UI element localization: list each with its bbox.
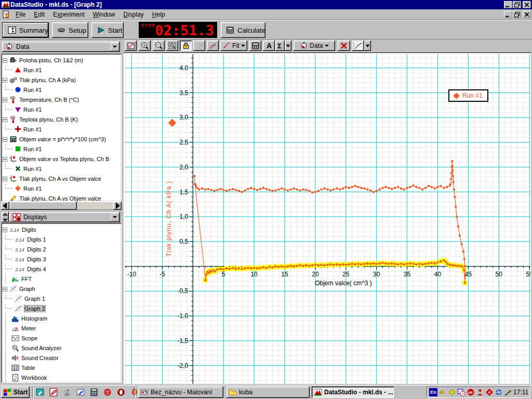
menu-file[interactable]: File	[11, 10, 30, 19]
close-button[interactable]	[523, 1, 531, 8]
data-tree-hscrollbar[interactable]	[1, 202, 122, 210]
tray-power[interactable]	[485, 388, 494, 396]
display-item[interactable]: Table	[1, 363, 122, 373]
fit-menu-button[interactable]: Fit	[220, 41, 247, 51]
menu-help[interactable]: Help	[148, 10, 169, 19]
mdi-minimize-button[interactable]	[504, 11, 512, 18]
zoom-in-button[interactable]	[139, 41, 151, 51]
run-item[interactable]: Run #1	[1, 183, 122, 193]
collapse-icon[interactable]	[3, 77, 7, 82]
ql-bird[interactable]	[62, 388, 72, 397]
menu-experiment[interactable]: Experiment	[49, 10, 89, 19]
run-item[interactable]: Run #1	[1, 164, 122, 174]
collapse-icon[interactable]	[3, 137, 7, 141]
tray-volume[interactable]	[438, 388, 447, 396]
text-note-button[interactable]: A	[263, 41, 275, 51]
display-item[interactable]: Scope	[1, 333, 122, 343]
zoom-out-button[interactable]	[153, 41, 165, 51]
collapse-icon[interactable]	[3, 58, 7, 62]
display-item[interactable]: Workbook	[1, 373, 122, 382]
data-item[interactable]: Poloha pistu, Ch 1&2 (m)	[1, 55, 122, 65]
run-item[interactable]: Run #1	[1, 124, 122, 134]
calculator-button[interactable]	[249, 41, 261, 51]
scale-to-fit-button[interactable]	[125, 41, 137, 51]
slope-tool-button[interactable]	[207, 41, 219, 51]
document-icon[interactable]	[2, 10, 10, 19]
axis-lock-button[interactable]	[180, 41, 192, 51]
ql-pen[interactable]	[76, 388, 85, 397]
display-item[interactable]: 3.14Digits	[1, 224, 122, 234]
task-button[interactable]: DataStudio - mkl.ds - ...	[312, 387, 394, 398]
run-item[interactable]: Run #1	[1, 104, 122, 114]
display-item[interactable]: Sound Creator	[1, 353, 122, 363]
collapse-icon[interactable]	[3, 117, 7, 122]
display-subitem[interactable]: 3.14Digits 2	[1, 244, 122, 254]
display-item[interactable]: FFT	[1, 274, 122, 284]
tray-backup[interactable]	[457, 388, 466, 396]
data-menu-button[interactable]: Data	[294, 41, 335, 51]
restore-button[interactable]	[513, 1, 521, 8]
display-item[interactable]: Histogram	[1, 313, 122, 323]
collapse-icon[interactable]	[3, 156, 7, 161]
plot-area[interactable]: -10-55101520253035404550554,03,53,02,52,…	[125, 54, 530, 384]
data-panel-header[interactable]: Data	[2, 42, 120, 52]
ql-calc[interactable]	[89, 388, 99, 397]
data-item[interactable]: KTDTemperature, Ch B (°C)	[1, 95, 122, 104]
data-item[interactable]: Tlak plynu, Ch A vs Objem valce	[1, 193, 122, 202]
mdi-restore-button[interactable]	[513, 11, 521, 18]
graph-settings-button[interactable]	[352, 41, 364, 51]
display-subitem[interactable]: Graph 2	[1, 303, 122, 313]
data-dropdown-button[interactable]	[111, 43, 119, 51]
summary-button[interactable]: Summary	[2, 22, 49, 38]
ql-opera[interactable]	[116, 388, 126, 397]
displays-panel-header[interactable]: Displays	[9, 212, 120, 222]
zoom-select-button[interactable]	[166, 41, 178, 51]
menu-window[interactable]: Window	[89, 10, 119, 19]
display-subitem[interactable]: Graph 1	[1, 294, 122, 303]
scroll-left-button[interactable]	[1, 202, 9, 210]
ql-acrobat[interactable]	[49, 388, 58, 397]
display-subitem[interactable]: 3.14Digits 4	[1, 264, 122, 274]
minimize-button[interactable]	[504, 1, 512, 8]
run-item[interactable]: Run #1	[1, 85, 122, 95]
scroll-thumb[interactable]	[9, 202, 77, 210]
statistics-dd-button[interactable]	[285, 41, 291, 51]
collapse-icon[interactable]	[3, 286, 7, 291]
displays-dropdown-button[interactable]	[111, 213, 119, 221]
menu-edit[interactable]: Edit	[30, 10, 49, 19]
display-item[interactable]: Meter	[1, 323, 122, 333]
mdi-close-button[interactable]	[523, 11, 531, 18]
display-item[interactable]: Graph	[1, 284, 122, 294]
task-button[interactable]: Bez_názvu - Malování	[138, 387, 223, 398]
collapse-icon[interactable]	[3, 227, 7, 232]
tray-note[interactable]	[448, 388, 456, 396]
tray-ati[interactable]: Ati	[467, 388, 475, 396]
keyboard-layout-indicator[interactable]: En	[429, 388, 437, 396]
menu-display[interactable]: Display	[119, 10, 148, 19]
display-subitem[interactable]: 3.14Digits 1	[1, 234, 122, 244]
start-button[interactable]: Start	[91, 22, 124, 38]
display-subitem[interactable]: 3.14Digits 3	[1, 254, 122, 264]
ql-dragon[interactable]	[103, 388, 112, 397]
title-bar[interactable]: DataStudio - mkl.ds - [Graph 2]	[0, 0, 532, 9]
collapse-icon[interactable]	[3, 97, 7, 102]
scroll-right-button[interactable]	[113, 202, 122, 210]
calculate-button[interactable]: Calculate	[221, 22, 265, 38]
data-item[interactable]: Objem valce = pi*r*r*y*100 (cm^3)	[1, 134, 122, 144]
tray-guard[interactable]	[476, 388, 484, 396]
setup-button[interactable]: Setup	[52, 22, 88, 38]
panel-splitter-button[interactable]	[2, 212, 9, 222]
collapse-icon[interactable]	[3, 176, 7, 181]
tray-sync[interactable]	[495, 388, 503, 396]
data-item[interactable]: yxObjem valce vs Teplota plynu, Ch B	[1, 154, 122, 164]
data-item[interactable]: Tlak plynu, Ch A (kPa)	[1, 75, 122, 85]
statistics-button[interactable]: Σ	[275, 41, 285, 51]
graph-settings-dd-button[interactable]	[364, 41, 371, 51]
legend[interactable]: Run #1	[448, 89, 488, 102]
start-menu-button[interactable]: Start	[1, 387, 30, 398]
data-item[interactable]: yxTlak plynu, Ch A vs Objem valce	[1, 174, 122, 183]
run-item[interactable]: Run #1	[1, 144, 122, 154]
task-button[interactable]: kuba	[227, 387, 310, 398]
smart-tool-button[interactable]: xy	[193, 41, 205, 51]
ql-desktop[interactable]	[35, 388, 45, 397]
